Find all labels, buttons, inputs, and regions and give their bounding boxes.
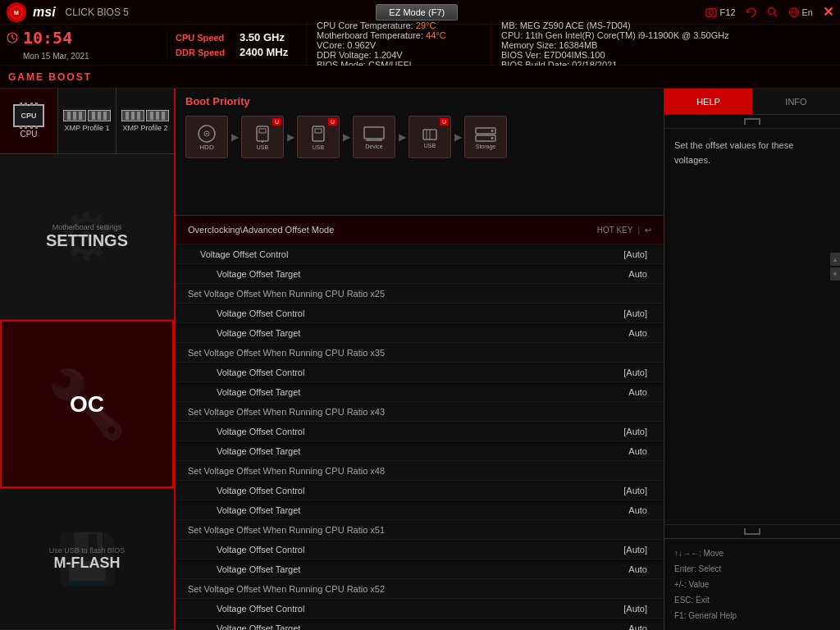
mb-value: MEG Z590 ACE (MS-7D04): [520, 21, 631, 30]
profile-strip: CPU CPU: [0, 89, 174, 154]
profile-xmp1-button[interactable]: XMP Profile 1: [58, 89, 116, 153]
svg-rect-1: [706, 9, 716, 16]
svg-line-10: [12, 38, 15, 39]
refresh-icon: [746, 7, 757, 18]
setting-voltage-offset-tgt-x43[interactable]: Voltage Offset Target Auto: [176, 441, 664, 461]
control-move: ↑↓→←: Move: [674, 546, 830, 561]
profile-xmp2-button[interactable]: XMP Profile 2: [116, 89, 174, 153]
boot-device-box-2[interactable]: U USB: [241, 116, 284, 158]
setting-voltage-offset-ctrl-x52[interactable]: Voltage Offset Control [Auto]: [176, 599, 664, 619]
hotkey-section: HOT KEY | ↩: [597, 226, 651, 235]
mflash-label: M-FLASH: [54, 555, 121, 572]
mb-temp-value: 44°C: [426, 30, 446, 40]
setting-voltage-offset-tgt-x35[interactable]: Voltage Offset Target Auto: [176, 382, 664, 402]
msi-logo: M msi CLICK BIOS 5: [7, 2, 129, 22]
setting-voltage-offset-tgt-x52[interactable]: Voltage Offset Target Auto: [176, 619, 664, 630]
nav-mflash[interactable]: 💾 Use USB to flash BIOS M-FLASH: [0, 488, 174, 630]
msi-dragon-icon: M: [7, 2, 26, 22]
storage-icon: [475, 126, 496, 144]
setting-voltage-offset-ctrl-x25[interactable]: Voltage Offset Control [Auto]: [176, 304, 664, 323]
clock-section: 10:54 Mon 15 Mar, 2021: [7, 28, 154, 62]
search-control[interactable]: [767, 7, 778, 18]
ddr-speed-label: DDR Speed: [176, 48, 233, 57]
boot-device-3[interactable]: U USB: [297, 116, 340, 158]
refresh-control[interactable]: [746, 7, 757, 18]
setting-voltage-offset-ctrl-x35[interactable]: Voltage Offset Control [Auto]: [176, 363, 664, 382]
nav-settings[interactable]: ⚙ Motherboard settings SETTINGS: [0, 154, 174, 320]
setting-voltage-offset-ctrl-x51[interactable]: Voltage Offset Control [Auto]: [176, 540, 664, 559]
settings-panel: Overclocking\Advanced Offset Mode HOT KE…: [176, 216, 664, 630]
camera-icon: [705, 7, 717, 18]
tab-info[interactable]: INFO: [752, 89, 840, 114]
ez-mode-button[interactable]: EZ Mode (F7): [376, 4, 458, 21]
bios-ver-label: BIOS Ver:: [501, 50, 541, 60]
boot-device-6[interactable]: Storage: [464, 116, 507, 158]
tab-help[interactable]: HELP: [664, 89, 752, 114]
setting-voltage-offset-ctrl-x48[interactable]: Voltage Offset Control [Auto]: [176, 481, 664, 500]
vcore-value: 0.962V: [347, 40, 376, 50]
boot-devices: HDD ▶ U USB ▶ U USB ▶: [185, 116, 654, 158]
section-x48: Set Voltage Offset When Running CPU Rati…: [176, 461, 664, 481]
boot-device-2[interactable]: U USB: [241, 116, 284, 158]
separator: |: [637, 226, 640, 235]
usb-icon: [422, 126, 438, 143]
ddr-speed-value: 2400 MHz: [240, 46, 288, 58]
boot-device-box-5[interactable]: U USB: [409, 116, 451, 158]
boot-device-4[interactable]: Device: [353, 116, 395, 158]
boot-device-box-3[interactable]: U USB: [297, 116, 340, 158]
search-icon: [767, 7, 778, 18]
mem-value: 16384MB: [559, 40, 597, 50]
mflash-subtitle: Use USB to flash BIOS: [49, 546, 126, 555]
xmp1-icon: [63, 110, 111, 121]
ddr-voltage-value: 1.204V: [374, 50, 403, 60]
usb-drive-icon: [254, 125, 271, 144]
setting-voltage-offset-tgt-1[interactable]: Voltage Offset Target Auto: [176, 264, 664, 284]
language-label: En: [802, 7, 813, 17]
vcore-label: VCore:: [317, 40, 345, 50]
svg-point-13: [206, 133, 208, 135]
setting-voltage-offset-tgt-x51[interactable]: Voltage Offset Target Auto: [176, 559, 664, 579]
boot-device-5[interactable]: U USB: [409, 116, 451, 158]
setting-voltage-offset-ctrl-1[interactable]: Voltage Offset Control [Auto]: [176, 244, 664, 264]
svg-point-2: [709, 11, 713, 15]
profile-cpu-button[interactable]: CPU CPU: [0, 89, 58, 153]
setting-voltage-offset-tgt-x48[interactable]: Voltage Offset Target Auto: [176, 500, 664, 520]
help-scroll-up[interactable]: ▲: [830, 253, 840, 266]
language-control[interactable]: En: [788, 7, 813, 18]
nav-area: ⚙ Motherboard settings SETTINGS 🔧 OC 💾 U…: [0, 154, 174, 630]
hotkey-label: HOT KEY: [597, 226, 633, 235]
svg-text:M: M: [14, 10, 19, 16]
disc-icon: [197, 124, 217, 144]
settings-subtitle: Motherboard settings: [52, 223, 122, 231]
bios-ver-value: E7D04IMS.100: [544, 50, 605, 60]
close-button[interactable]: ✕: [823, 4, 833, 20]
game-boost-bar: GAME BOOST: [0, 66, 840, 89]
setting-voltage-offset-tgt-x25[interactable]: Voltage Offset Target Auto: [176, 323, 664, 343]
temp-section: CPU Core Temperature: 29°C Motherboard T…: [306, 21, 478, 70]
section-x52: Set Voltage Offset When Running CPU Rati…: [176, 579, 664, 599]
mem-label: Memory Size:: [501, 40, 556, 50]
back-icon[interactable]: ↩: [645, 226, 651, 235]
nav-oc[interactable]: 🔧 OC: [0, 320, 174, 488]
svg-point-28: [491, 130, 494, 132]
boot-device-box-1[interactable]: HDD: [185, 116, 228, 158]
time-display: 10:54: [23, 28, 72, 48]
boot-device-box-6[interactable]: Storage: [464, 116, 507, 158]
svg-rect-15: [259, 129, 266, 133]
setting-voltage-offset-ctrl-x43[interactable]: Voltage Offset Control [Auto]: [176, 422, 664, 441]
svg-point-3: [768, 7, 774, 14]
svg-point-29: [491, 137, 494, 139]
cpu-icon: CPU: [13, 104, 44, 127]
system-info-bar: 10:54 Mon 15 Mar, 2021 CPU Speed 3.50 GH…: [0, 25, 840, 66]
settings-list: Voltage Offset Control [Auto] Voltage Of…: [176, 244, 664, 630]
boot-device-1[interactable]: HDD: [185, 116, 228, 158]
help-scroll-down[interactable]: ▼: [830, 267, 840, 281]
game-boost-label: GAME BOOST: [8, 71, 92, 83]
device-icon: [363, 126, 386, 144]
screenshot-control[interactable]: F12: [705, 7, 736, 18]
boot-arrow-1: ▶: [228, 131, 241, 143]
cpu-speed-label: CPU Speed: [176, 33, 233, 43]
settings-label: SETTINGS: [46, 231, 128, 250]
boot-device-box-4[interactable]: Device: [353, 116, 395, 158]
help-tabs: HELP INFO: [664, 89, 840, 115]
